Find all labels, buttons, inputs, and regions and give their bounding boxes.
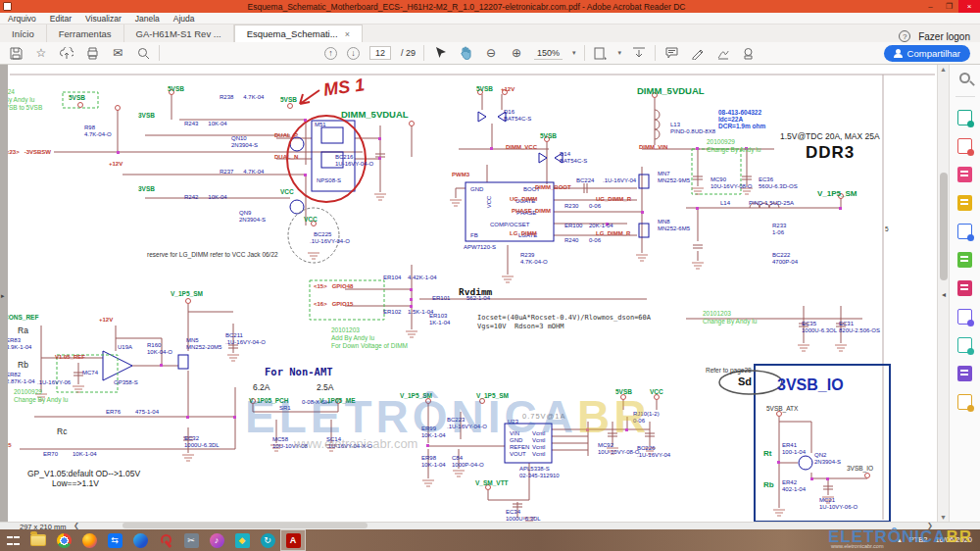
chrome-glyph [57,533,72,548]
create-pdf-icon[interactable] [957,138,972,154]
firefox-glyph [82,533,97,548]
comment-tool-icon[interactable] [957,195,972,211]
save-icon[interactable] [8,45,24,61]
title-bar: Esquema_Schematic_Motherboard_ECS-_H61H2… [0,0,980,13]
fit-page-icon[interactable] [593,45,609,61]
combine-files-icon[interactable] [957,167,972,182]
close-button[interactable]: × [958,0,980,13]
pdf-page-canvas[interactable] [8,65,937,522]
zoom-out-icon[interactable]: ⊖ [483,45,499,61]
toolbar: ☆ ✉ ↑ ↓ 12 / 29 ⊖ ⊕ 150% ▾ ▾ Compartilha… [0,42,980,65]
page-down-icon[interactable]: ↓ [347,47,360,60]
horizontal-scroll-thumb[interactable] [122,523,368,528]
restore-button[interactable]: ❐ [940,0,958,13]
menu-bar: ArquivoEditarVisualizarJanelaAjuda [0,13,980,25]
organize-pages-icon[interactable] [957,252,972,268]
taskbar-explorer-icon[interactable] [25,529,51,551]
edge-glyph [133,533,148,548]
taskbar-start-icon[interactable] [0,529,25,551]
taskbar: ⇆✂♪◆↻A ▴ PTB2 16/06/2020 [0,529,980,551]
window-title: Esquema_Schematic_Motherboard_ECS-_H61H2… [12,2,921,12]
start-glyph [7,534,20,547]
comment-icon[interactable] [663,45,679,61]
tab-label: Esquema_Schemati... [247,28,338,39]
mail-icon[interactable]: ✉ [110,45,125,61]
page-up-icon[interactable]: ↑ [324,47,337,60]
taskbar-itunes-icon[interactable]: ♪ [204,529,229,551]
tab-bar: InícioFerramentasGA-H61M-S1 Rev ...Esque… [0,25,980,42]
taskbar-snip-icon[interactable]: ✂ [178,529,204,551]
tab-label: GA-H61M-S1 Rev ... [136,28,221,39]
fit-width-icon[interactable] [631,45,647,61]
menu-item-arquivo[interactable]: Arquivo [8,14,36,24]
collapse-left-icon[interactable]: ▸ [1,292,5,300]
taskbar-teamviewer-icon[interactable]: ⇆ [102,529,127,551]
taskbar-chrome-icon[interactable] [51,529,76,551]
fit-caret-icon[interactable]: ▾ [618,49,622,57]
upload-cloud-icon[interactable] [59,45,74,61]
explorer-glyph [30,534,46,546]
menu-item-janela[interactable]: Janela [135,14,160,24]
app-icon [3,2,12,11]
protect-icon[interactable] [957,309,972,325]
tab-ga-h61m-s1-rev-[interactable]: GA-H61M-S1 Rev ... [124,25,234,42]
sign-tool-icon[interactable] [957,366,972,381]
stamp-tool-icon[interactable] [957,337,972,353]
highlight-tool-icon[interactable] [957,280,972,296]
stamp-icon[interactable] [740,45,756,61]
tray-clock[interactable]: 16/06/2020 [935,535,972,545]
tray-expand-icon[interactable]: ▴ [898,536,902,544]
system-tray[interactable]: ▴ PTB2 16/06/2020 [898,535,980,545]
itunes-glyph: ♪ [210,533,224,548]
teamviewer-glyph: ⇆ [108,533,122,548]
share-person-icon [894,49,903,58]
hand-tool-icon[interactable] [458,45,473,61]
taskbar-firefox-icon[interactable] [76,529,102,551]
scroll-down-icon[interactable]: ▼ [940,514,947,521]
zoom-level[interactable]: 150% [534,47,563,60]
search-icon[interactable] [135,45,151,61]
search-tools-icon[interactable] [959,73,970,83]
taskbar-circleapp-icon[interactable]: ↻ [255,529,280,551]
page-number-input[interactable]: 12 [369,46,391,60]
sign-in-link[interactable]: Fazer logon [918,31,970,42]
tools-panel [949,65,980,522]
taskbar-edge-icon[interactable] [127,529,153,551]
page-total: / 29 [401,48,416,58]
menu-item-ajuda[interactable]: Ajuda [173,14,195,24]
left-pane-strip[interactable]: ▸ [0,65,8,522]
zoom-in-icon[interactable]: ⊕ [509,45,524,61]
adobe-glyph: A [286,533,301,548]
taskbar-wrench-icon[interactable] [153,529,178,551]
tray-language[interactable]: PTB2 [909,535,928,545]
wrench-glyph [159,533,173,548]
scroll-left-icon[interactable]: ❮ [74,522,79,529]
menu-item-visualizar[interactable]: Visualizar [85,14,122,24]
select-cursor-icon[interactable] [432,45,448,61]
diamond-glyph: ◆ [235,533,250,548]
taskbar-adobe-icon[interactable]: A [280,529,306,551]
tab-ferramentas[interactable]: Ferramentas [47,25,124,42]
minimize-button[interactable]: – [921,0,940,13]
taskbar-diamond-icon[interactable]: ◆ [229,529,255,551]
tab-close-icon[interactable]: × [345,29,350,39]
scroll-up-icon[interactable]: ▲ [940,66,947,73]
scroll-right-icon[interactable]: ❯ [927,522,933,529]
export-doc-icon[interactable] [957,224,972,239]
export-pdf-icon[interactable] [957,110,972,125]
tab-label: Início [12,28,34,39]
star-icon[interactable]: ☆ [33,45,49,61]
send-comments-icon[interactable] [957,394,972,410]
help-icon[interactable]: ? [899,30,910,42]
zoom-caret-icon[interactable]: ▾ [572,49,576,57]
share-button[interactable]: Compartilhar [884,45,970,62]
circleapp-glyph: ↻ [261,533,275,548]
print-icon[interactable] [84,45,100,61]
vertical-scroll-thumb[interactable] [940,173,948,280]
fill-sign-icon[interactable] [714,45,730,61]
highlight-icon[interactable] [689,45,705,61]
tab-esquema-schemati-[interactable]: Esquema_Schemati...× [234,25,363,42]
tab-in-cio[interactable]: Início [0,25,47,42]
menu-item-editar[interactable]: Editar [50,14,72,24]
collapse-right-icon[interactable]: ◂ [942,290,946,299]
